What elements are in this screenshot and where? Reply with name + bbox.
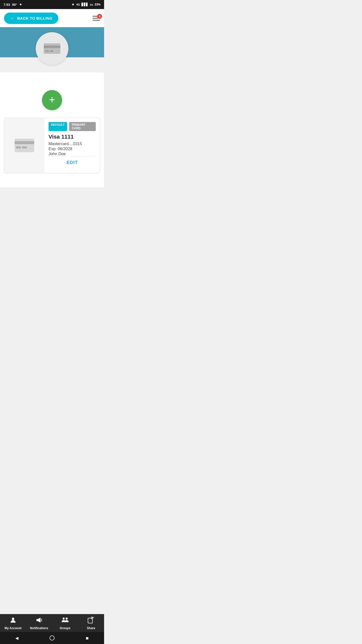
card-name: Visa 1111 <box>49 134 96 140</box>
card-item: DEFAULT PRIMARY CARD Visa 1111 Mastercar… <box>4 118 100 173</box>
card-edit-section: EDIT <box>49 156 96 169</box>
menu-button[interactable]: 4 <box>93 16 100 21</box>
svg-rect-1 <box>44 46 60 48</box>
card-holder: John Doe <box>49 152 96 156</box>
back-button-label: BACK TO BILLING <box>17 16 53 20</box>
back-to-billing-button[interactable]: ← BACK TO BILLING <box>4 13 58 24</box>
card-number: Mastercard....0315 <box>49 142 96 146</box>
add-card-button[interactable]: + <box>42 90 62 110</box>
svg-rect-4 <box>15 139 34 152</box>
svg-rect-6 <box>16 146 21 148</box>
primary-badge: PRIMARY CARD <box>69 122 96 131</box>
svg-rect-2 <box>45 50 49 52</box>
card-item-details: DEFAULT PRIMARY CARD Visa 1111 Mastercar… <box>44 118 100 173</box>
battery-percent: 33% <box>95 3 101 6</box>
svg-rect-3 <box>50 50 53 52</box>
card-expiry: Exp: 06/2028 <box>49 147 96 151</box>
4g-icon: 4G <box>76 3 80 6</box>
svg-rect-7 <box>22 146 27 148</box>
signal-icon: ▋▋▋ <box>81 3 88 6</box>
card-badges: DEFAULT PRIMARY CARD <box>49 122 96 131</box>
card-item-icon-area <box>4 118 44 173</box>
default-badge: DEFAULT <box>49 122 67 131</box>
status-time: 7:53 <box>4 3 10 7</box>
battery-icon: ▭ <box>90 3 93 7</box>
add-plus-icon: + <box>49 95 55 105</box>
card-list: DEFAULT PRIMARY CARD Visa 1111 Mastercar… <box>4 118 100 177</box>
status-temp: 90° <box>12 3 17 7</box>
credit-card-large-icon <box>43 42 61 55</box>
hamburger-line-3 <box>93 20 100 21</box>
wifi-icon: ▼ <box>71 3 75 7</box>
svg-rect-5 <box>15 141 34 144</box>
menu-notification-badge: 4 <box>97 14 102 19</box>
add-button-container: + <box>4 90 100 110</box>
svg-rect-0 <box>44 43 60 54</box>
card-circle-icon <box>36 32 68 65</box>
status-bar: 7:53 90° ✦ ▼ 4G ▋▋▋ ▭ 33% <box>0 0 104 9</box>
status-right: ▼ 4G ▋▋▋ ▭ 33% <box>71 3 101 7</box>
header: ← BACK TO BILLING 4 <box>0 9 104 27</box>
status-left: 7:53 90° ✦ <box>4 3 22 7</box>
main-content: + DEFAULT PRIMARY CARD Visa 1111 Masterc… <box>0 72 104 187</box>
app-icon: ✦ <box>19 3 22 7</box>
edit-card-button[interactable]: EDIT <box>66 160 78 165</box>
blue-banner <box>0 27 104 57</box>
credit-card-mini-icon <box>14 138 34 152</box>
back-arrow-icon: ← <box>10 16 15 21</box>
